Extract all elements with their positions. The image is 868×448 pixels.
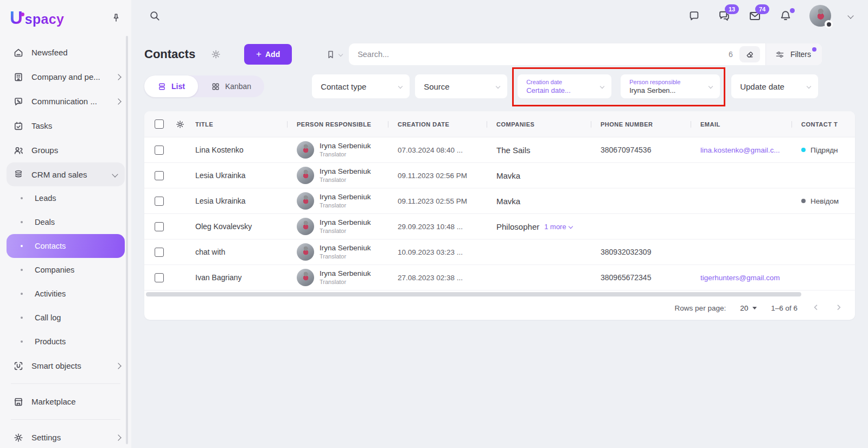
- sidebar-subitem[interactable]: Deals: [7, 210, 125, 234]
- column-header-contact-type[interactable]: CONTACT T: [792, 121, 855, 128]
- contact-title[interactable]: Lina Kostenko: [195, 146, 287, 154]
- filters-button[interactable]: Filters: [765, 43, 822, 65]
- table-row[interactable]: chat with Iryna Serbeniuk Translator 10.…: [144, 239, 855, 265]
- person-responsible-cell: Iryna Serbeniuk Translator: [287, 192, 388, 210]
- table-header-row: TITLE PERSON RESPONSIBLE CREATION DATE C…: [144, 111, 855, 137]
- rows-per-page-label: Rows per page:: [675, 304, 726, 312]
- column-header-companies[interactable]: COMPANIES: [487, 121, 591, 128]
- chats-icon[interactable]: 13: [718, 9, 731, 22]
- update-date-filter[interactable]: Update date: [731, 74, 818, 98]
- responsible-role: Translator: [320, 202, 371, 210]
- companies-more-link[interactable]: 1 more: [544, 223, 572, 231]
- list-view-tab[interactable]: List: [144, 75, 198, 97]
- contact-title[interactable]: chat with: [195, 248, 287, 256]
- search-input[interactable]: [349, 50, 729, 59]
- pin-sidebar-icon[interactable]: [111, 12, 122, 23]
- sidebar-subitem[interactable]: Leads: [7, 186, 125, 210]
- contact-type-filter[interactable]: Contact type: [312, 74, 410, 98]
- next-page-button[interactable]: [834, 303, 843, 313]
- rows-per-page-select[interactable]: 20: [740, 304, 757, 312]
- creation-date-filter-label: Creation date: [526, 79, 593, 85]
- contact-title[interactable]: Oleg Kovalevsky: [195, 222, 287, 231]
- sidebar-item-settings[interactable]: Settings: [0, 425, 131, 448]
- responsible-avatar: [297, 167, 314, 184]
- saved-filters-button[interactable]: [326, 49, 342, 60]
- column-header-title[interactable]: TITLE: [195, 121, 287, 128]
- search-icon[interactable]: [149, 10, 161, 22]
- company-name[interactable]: The Sails: [496, 146, 531, 155]
- table-row[interactable]: Lesia Ukrainka Iryna Serbeniuk Translato…: [144, 188, 855, 214]
- sidebar-item-smart-objects[interactable]: Smart objects: [0, 354, 131, 378]
- sidebar-item-groups[interactable]: Groups: [0, 138, 131, 162]
- row-checkbox[interactable]: [155, 222, 164, 231]
- table-row[interactable]: Oleg Kovalevsky Iryna Serbeniuk Translat…: [144, 214, 855, 239]
- avatar-status-icon: [825, 20, 833, 28]
- email-link[interactable]: lina.kostenko@gmail.c...: [700, 146, 780, 154]
- column-header-phone-number[interactable]: PHONE NUMBER: [591, 121, 691, 128]
- user-avatar[interactable]: [809, 5, 831, 27]
- kanban-view-tab[interactable]: Kanban: [198, 75, 264, 97]
- sidebar-subitem[interactable]: Contacts: [7, 234, 125, 258]
- person-responsible-filter[interactable]: Person responsible Iryna Serben...: [621, 74, 720, 98]
- creation-date-filter-value: Certain date...: [526, 86, 593, 94]
- company-name[interactable]: Mavka: [496, 197, 520, 206]
- bullet-icon: [21, 197, 23, 199]
- source-filter[interactable]: Source: [415, 74, 507, 98]
- kanban-view-label: Kanban: [225, 82, 251, 91]
- sidebar-item-company-and-people[interactable]: Company and pe...: [0, 65, 131, 89]
- sidebar-subitem[interactable]: Products: [7, 330, 125, 354]
- email-cell: tigerhunters@gmail.com: [691, 273, 792, 282]
- sidebar-subitem[interactable]: Companies: [7, 258, 125, 282]
- responsible-name: Iryna Serbeniuk: [320, 244, 371, 253]
- creation-date-filter[interactable]: Creation date Certain date...: [518, 74, 611, 98]
- row-checkbox[interactable]: [155, 248, 164, 257]
- row-checkbox[interactable]: [155, 171, 164, 180]
- page-settings-gear-icon[interactable]: [210, 49, 221, 60]
- add-button[interactable]: + Add: [244, 44, 292, 65]
- bell-icon[interactable]: [779, 9, 792, 22]
- mail-icon[interactable]: 74: [748, 9, 762, 23]
- uspacy-logo[interactable]: Uspacy: [10, 9, 64, 27]
- creation-date-cell: 27.08.2023 02:38 ...: [388, 274, 487, 282]
- table-row[interactable]: Lina Kostenko Iryna Serbeniuk Translator…: [144, 137, 855, 163]
- column-settings-gear-icon[interactable]: [175, 119, 195, 129]
- company-name[interactable]: Mavka: [496, 171, 520, 180]
- sidebar-subitem[interactable]: Call log: [7, 306, 125, 330]
- sidebar-item-newsfeed[interactable]: Newsfeed: [0, 40, 131, 65]
- responsible-name: Iryna Serbeniuk: [320, 269, 371, 279]
- row-checkbox[interactable]: [155, 273, 164, 282]
- sidebar-item-tasks[interactable]: Tasks: [0, 113, 131, 138]
- sidebar-subitem-label: Activities: [35, 289, 66, 298]
- plus-icon: +: [256, 49, 261, 60]
- phone-number-cell: 380965672345: [591, 273, 691, 282]
- sidebar-scrollbar[interactable]: [126, 36, 128, 444]
- sidebar-item-marketplace[interactable]: Marketplace: [0, 389, 131, 414]
- contact-title[interactable]: Lesia Ukrainka: [195, 197, 287, 205]
- contact-title[interactable]: Lesia Ukrainka: [195, 171, 287, 180]
- comment-icon[interactable]: [688, 10, 700, 22]
- company-name[interactable]: Philosopher: [496, 222, 539, 231]
- sidebar-item-communication[interactable]: Communication ...: [0, 89, 131, 113]
- previous-page-button[interactable]: [812, 303, 820, 313]
- table-row[interactable]: Lesia Ukrainka Iryna Serbeniuk Translato…: [144, 163, 855, 188]
- sidebar-item-crm-and-sales[interactable]: CRM and sales: [7, 162, 125, 186]
- smart-objects-icon: [13, 361, 24, 371]
- building-icon: [13, 72, 24, 83]
- email-link[interactable]: tigerhunters@gmail.com: [700, 274, 780, 282]
- sidebar-subitem-label: Products: [35, 337, 66, 346]
- contact-type-cell: [792, 275, 855, 280]
- horizontal-scrollbar-thumb[interactable]: [146, 292, 801, 296]
- select-all-checkbox[interactable]: [155, 119, 164, 129]
- row-checkbox[interactable]: [155, 146, 164, 155]
- person-responsible-cell: Iryna Serbeniuk Translator: [287, 243, 388, 261]
- column-header-creation-date[interactable]: CREATION DATE: [388, 121, 487, 128]
- contact-title[interactable]: Ivan Bagriany: [195, 273, 287, 282]
- column-header-email[interactable]: EMAIL: [691, 121, 792, 128]
- table-row[interactable]: Ivan Bagriany Iryna Serbeniuk Translator…: [144, 265, 855, 291]
- sidebar-subitem[interactable]: Activities: [7, 282, 125, 306]
- profile-chevron-icon[interactable]: [847, 12, 853, 18]
- clear-search-button[interactable]: [739, 46, 760, 62]
- column-header-person-responsible[interactable]: PERSON RESPONSIBLE: [287, 121, 388, 128]
- row-checkbox[interactable]: [155, 197, 164, 206]
- chevron-right-icon: [115, 434, 121, 440]
